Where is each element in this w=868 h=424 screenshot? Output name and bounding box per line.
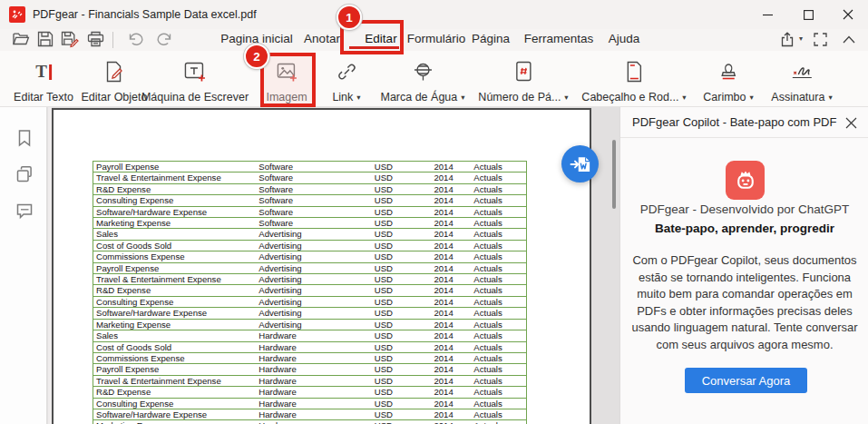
table-cell: 2014	[431, 285, 471, 295]
table-cell: 2014	[431, 297, 471, 307]
save-button[interactable]	[34, 27, 57, 51]
window-title: PDFgear - Financials Sample Data excel.p…	[33, 8, 257, 21]
undo-button[interactable]	[124, 27, 148, 51]
close-icon	[845, 117, 857, 129]
maximize-button[interactable]	[788, 0, 829, 29]
copilot-description: Com o PDFgear Copilot, seus documentos e…	[627, 252, 863, 354]
table-cell: USD	[372, 274, 432, 284]
table-cell: Actuals	[471, 376, 526, 386]
share-button[interactable]	[775, 28, 799, 50]
tab-pagina[interactable]: Página	[468, 30, 513, 47]
caret-down-icon: ▾	[682, 93, 686, 102]
table-cell: Commissions Expense	[93, 251, 256, 261]
tab-anotar[interactable]: Anotar	[300, 30, 344, 47]
table-cell: 2014	[431, 308, 471, 318]
comments-panel-button[interactable]	[15, 201, 34, 221]
table-cell: 2014	[431, 376, 471, 386]
table-cell: Software	[256, 207, 371, 217]
stamp-icon	[703, 56, 754, 87]
table-cell: 2014	[431, 353, 471, 363]
pdfgear-logo-icon	[9, 6, 25, 23]
close-icon	[843, 9, 853, 20]
table-cell: 2014	[431, 409, 471, 419]
table-cell: Actuals	[471, 241, 526, 251]
typewriter-icon	[141, 56, 249, 87]
conversar-agora-button[interactable]: Conversar Agora	[685, 368, 807, 393]
toolbar-item-numero-de-pagina[interactable]: Número de Pá...▾	[478, 56, 568, 104]
table-cell: Advertising	[256, 229, 371, 239]
table-cell: Advertising	[256, 241, 371, 251]
annotation-badge-2: 2	[244, 44, 269, 69]
table-cell: Actuals	[471, 162, 526, 172]
caret-down-icon: ▾	[749, 93, 753, 102]
document-scrollbar[interactable]	[594, 107, 619, 424]
menu-bar: Pagina inicial Anotar Editar Formulário …	[0, 29, 868, 51]
table-cell: USD	[372, 241, 432, 251]
table-cell: USD	[372, 285, 432, 295]
toolbar-item-editar-objeto[interactable]: Editar Objeto	[82, 56, 148, 104]
left-sidebar	[0, 107, 47, 424]
fullscreen-button[interactable]	[808, 28, 832, 50]
undo-icon	[128, 32, 144, 46]
table-row: Software/Hardware ExpenseSoftwareUSD2014…	[93, 206, 527, 217]
tab-ajuda[interactable]: Ajuda	[605, 30, 644, 47]
collapse-toolbar-button[interactable]	[837, 28, 861, 50]
minimize-button[interactable]	[747, 0, 788, 29]
table-cell: Actuals	[471, 420, 526, 424]
save-as-button[interactable]	[58, 27, 82, 51]
pdf-page[interactable]: Payroll ExpenseSoftwareUSD2014ActualsTra…	[52, 108, 591, 424]
print-button[interactable]	[83, 27, 107, 51]
table-cell: Hardware	[256, 409, 371, 419]
table-row: Travel & Entertainment ExpenseAdvertisin…	[93, 273, 527, 284]
redo-icon	[156, 32, 172, 46]
table-cell: USD	[372, 297, 432, 307]
table-cell: 2014	[431, 320, 471, 330]
toolbar-item-cabecalho-rodape[interactable]: Cabeçalho e Rod...▾	[581, 56, 686, 104]
save-icon	[37, 31, 54, 47]
convert-to-word-button[interactable]	[561, 145, 599, 182]
table-row: R&D ExpenseHardwareUSD2014Actuals	[93, 386, 527, 397]
table-cell: USD	[372, 195, 432, 205]
table-row: R&D ExpenseAdvertisingUSD2014Actuals	[93, 284, 527, 295]
table-cell: 2014	[431, 184, 471, 194]
toolbar-item-link[interactable]: Link▾	[332, 56, 360, 104]
table-row: Marketing ExpenseAdvertisingUSD2014Actua…	[93, 319, 527, 330]
toolbar-item-maquina-de-escrever[interactable]: Máquina de Escrever	[141, 56, 249, 104]
scrollbar-thumb[interactable]	[612, 140, 616, 209]
active-tab-underline	[349, 46, 399, 49]
caret-down-icon: ▾	[356, 93, 360, 102]
copilot-panel: PDFgear Copilot - Bate-papo com PDF PDFg…	[619, 107, 868, 424]
header-footer-icon	[581, 56, 686, 87]
table-cell: Advertising	[256, 274, 371, 284]
copilot-close-button[interactable]	[842, 113, 860, 132]
table-cell: Sales	[93, 229, 256, 239]
redo-button[interactable]	[152, 27, 176, 51]
toolbar-item-assinatura[interactable]: Assinatura▾	[771, 56, 832, 104]
minimize-icon	[763, 10, 773, 20]
save-as-icon	[61, 31, 79, 47]
table-row: Marketing ExpenseSoftwareUSD2014Actuals	[93, 217, 527, 228]
copilot-robot-icon	[726, 161, 765, 200]
table-cell: USD	[372, 376, 432, 386]
open-file-button[interactable]	[9, 27, 33, 51]
bookmarks-panel-button[interactable]	[15, 128, 34, 148]
caret-down-icon: ▾	[461, 93, 464, 102]
table-cell: Actuals	[471, 251, 526, 261]
toolbar-item-carimbo[interactable]: Carimbo▾	[703, 56, 754, 104]
annotation-box-imagem	[260, 53, 316, 107]
pages-panel-button[interactable]	[15, 164, 34, 184]
table-cell: Actuals	[471, 399, 526, 409]
table-cell: Cost of Goods Sold	[93, 241, 256, 251]
table-cell: Sales	[93, 330, 256, 340]
table-row: Cost of Goods SoldHardwareUSD2014Actuals	[93, 341, 527, 352]
tab-formulario[interactable]: Formulário	[404, 30, 470, 47]
table-cell: Software	[256, 218, 371, 228]
toolbar-item-marca-de-agua[interactable]: Marca de Água▾	[380, 56, 464, 104]
close-button[interactable]	[827, 0, 868, 29]
toolbar-item-editar-texto[interactable]: T Editar Texto	[14, 56, 73, 104]
tab-ferramentas[interactable]: Ferramentas	[521, 30, 598, 47]
table-cell: 2014	[431, 420, 471, 424]
table-cell: 2014	[431, 173, 471, 182]
table-cell: Hardware	[256, 387, 371, 397]
table-cell: Actuals	[471, 173, 526, 182]
